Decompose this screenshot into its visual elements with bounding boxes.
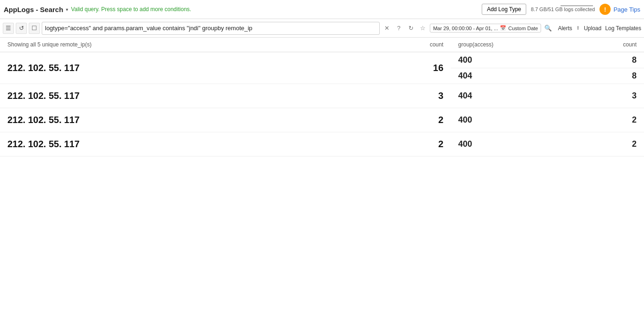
group-cell: 400 (451, 52, 547, 68)
ip-cell: 212. 102. 55. 117 (0, 132, 354, 156)
ip-cell: 212. 102. 55. 117 (0, 52, 354, 84)
title-dropdown-arrow[interactable]: ▾ (66, 7, 68, 12)
valid-query-text: Valid query. Press space to add more con… (71, 6, 191, 13)
history-button[interactable]: ↺ (16, 23, 27, 34)
col-group-header: group(access) (451, 38, 547, 52)
query-text: logtype="access" and params.param_value … (45, 25, 252, 32)
col-subcount-header: count (548, 38, 644, 52)
results-table-container: Showing all 5 unique remote_ip(s) count … (0, 38, 644, 325)
table-row: 212. 102. 55. 11724002 (0, 108, 644, 132)
summary-text: Showing all 5 unique remote_ip(s) (7, 41, 91, 48)
list-view-button[interactable]: ☰ (3, 23, 14, 34)
sub-count-cell: 2 (548, 108, 644, 132)
storage-info: 8.7 GB/51 GB logs collected (531, 6, 595, 13)
count-cell: 3 (354, 84, 451, 108)
help-button[interactable]: ? (394, 23, 404, 33)
ip-cell: 212. 102. 55. 117 (0, 84, 354, 108)
date-range-text: Mar 29, 00:00:00 - Apr 01, ... (433, 26, 498, 31)
orange-icon-label: ! (604, 6, 606, 13)
sub-count-cell: 3 (548, 84, 644, 108)
clear-button[interactable]: ✕ (382, 23, 392, 33)
count-cell: 2 (354, 132, 451, 156)
group-cell: 400 (451, 132, 547, 156)
col-ip-header: Showing all 5 unique remote_ip(s) (0, 38, 354, 52)
group-cell: 400 (451, 108, 547, 132)
table-body: 212. 102. 55. 1171640084048212. 102. 55.… (0, 52, 644, 156)
results-table: Showing all 5 unique remote_ip(s) count … (0, 38, 644, 156)
sub-count-cell: 8 (548, 68, 644, 84)
upload-icon: ⬆ (576, 25, 580, 31)
add-log-type-button[interactable]: Add Log Type (482, 4, 526, 15)
alerts-link[interactable]: Alerts (558, 25, 572, 32)
date-range-selector[interactable]: Mar 29, 00:00:00 - Apr 01, ... 📅 Custom … (430, 24, 541, 32)
sub-count-cell: 8 (548, 52, 644, 68)
notification-icon[interactable]: ! (599, 4, 611, 15)
star-button[interactable]: ☆ (418, 23, 428, 33)
group-cell: 404 (451, 68, 547, 84)
header-bar: AppLogs - Search ▾ Valid query. Press sp… (0, 0, 644, 19)
group-cell: 404 (451, 84, 547, 108)
count-cell: 2 (354, 108, 451, 132)
ip-cell: 212. 102. 55. 117 (0, 108, 354, 132)
document-button[interactable]: ☐ (29, 23, 40, 34)
table-header-row: Showing all 5 unique remote_ip(s) count … (0, 38, 644, 52)
app-title: AppLogs - Search (4, 6, 63, 13)
custom-date-label: Custom Date (508, 26, 538, 31)
search-bar: ☰ ↺ ☐ logtype="access" and params.param_… (0, 19, 644, 38)
table-row: 212. 102. 55. 11734043 (0, 84, 644, 108)
calendar-icon: 📅 (500, 25, 506, 31)
page-tips-link[interactable]: Page Tips (613, 6, 640, 13)
col-count-header: count (354, 38, 451, 52)
nav-buttons: Alerts ⬆ Upload Log Templates (558, 25, 641, 32)
upload-link[interactable]: Upload (584, 25, 601, 32)
sub-count-cell: 2 (548, 132, 644, 156)
search-button[interactable]: 🔍 (543, 23, 553, 33)
table-row: 212. 102. 55. 11724002 (0, 132, 644, 156)
table-row: 212. 102. 55. 117164008 (0, 52, 644, 68)
search-actions: ✕ ? ↻ ☆ Mar 29, 00:00:00 - Apr 01, ... 📅… (382, 23, 553, 33)
log-templates-link[interactable]: Log Templates (605, 25, 641, 32)
refresh-button[interactable]: ↻ (406, 23, 416, 33)
count-cell: 16 (354, 52, 451, 84)
search-input[interactable]: logtype="access" and params.param_value … (42, 22, 380, 35)
